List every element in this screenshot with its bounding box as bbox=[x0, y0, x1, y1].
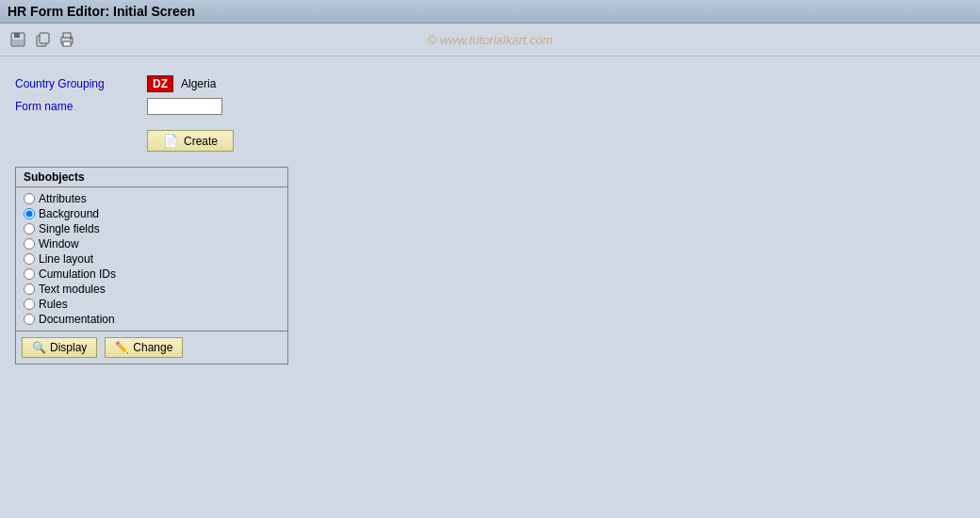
radio-label-rules: Rules bbox=[39, 298, 68, 311]
country-name: Algeria bbox=[181, 77, 216, 90]
radio-label-single-fields: Single fields bbox=[39, 222, 100, 235]
svg-rect-2 bbox=[12, 40, 24, 45]
subobjects-buttons: 🔍 Display ✏️ Change bbox=[16, 331, 287, 364]
radio-item-line-layout[interactable]: Line layout bbox=[20, 251, 284, 267]
watermark: © www.tutorialkart.com bbox=[427, 33, 552, 47]
save-icon[interactable] bbox=[8, 29, 28, 50]
radio-item-rules[interactable]: Rules bbox=[20, 297, 284, 312]
create-doc-icon: 📄 bbox=[163, 134, 178, 148]
create-button[interactable]: 📄 Create bbox=[147, 130, 234, 152]
radio-window[interactable] bbox=[24, 238, 35, 250]
radio-item-cumulation-ids[interactable]: Cumulation IDs bbox=[20, 267, 284, 282]
form-name-input[interactable] bbox=[147, 98, 222, 115]
radio-text-modules[interactable] bbox=[24, 283, 35, 295]
create-button-row: 📄 Create bbox=[147, 130, 965, 152]
country-grouping-value[interactable]: DZ bbox=[147, 75, 173, 92]
subobjects-list: AttributesBackgroundSingle fieldsWindowL… bbox=[16, 187, 287, 331]
radio-item-attributes[interactable]: Attributes bbox=[20, 191, 284, 206]
svg-rect-7 bbox=[63, 41, 71, 46]
radio-attributes[interactable] bbox=[24, 193, 35, 204]
radio-documentation[interactable] bbox=[24, 314, 35, 325]
svg-rect-4 bbox=[40, 33, 49, 43]
display-icon: 🔍 bbox=[32, 341, 46, 354]
display-button-label: Display bbox=[50, 341, 87, 354]
radio-background[interactable] bbox=[24, 208, 35, 219]
form-name-row: Form name bbox=[15, 98, 965, 115]
radio-label-text-modules: Text modules bbox=[39, 283, 106, 296]
subobjects-panel: Subobjects AttributesBackgroundSingle fi… bbox=[15, 167, 288, 364]
subobjects-header: Subobjects bbox=[16, 168, 287, 187]
radio-item-window[interactable]: Window bbox=[20, 236, 284, 251]
main-content: Country Grouping DZ Algeria Form name 📄 … bbox=[0, 57, 980, 383]
radio-label-attributes: Attributes bbox=[39, 192, 87, 205]
country-grouping-row: Country Grouping DZ Algeria bbox=[15, 75, 965, 92]
change-button-label: Change bbox=[133, 341, 172, 354]
copy-icon[interactable] bbox=[32, 29, 53, 50]
title-bar: HR Form Editor: Initial Screen bbox=[0, 0, 980, 24]
radio-line-layout[interactable] bbox=[24, 253, 35, 265]
radio-item-single-fields[interactable]: Single fields bbox=[20, 221, 284, 236]
change-icon: ✏️ bbox=[115, 341, 129, 354]
radio-item-background[interactable]: Background bbox=[20, 206, 284, 221]
svg-rect-6 bbox=[63, 33, 71, 38]
display-button[interactable]: 🔍 Display bbox=[22, 337, 97, 358]
toolbar: © www.tutorialkart.com bbox=[0, 24, 980, 57]
radio-item-text-modules[interactable]: Text modules bbox=[20, 282, 284, 297]
form-name-label: Form name bbox=[15, 100, 147, 113]
radio-single-fields[interactable] bbox=[24, 223, 35, 235]
create-button-label: Create bbox=[184, 135, 218, 148]
page-title: HR Form Editor: Initial Screen bbox=[8, 4, 195, 19]
radio-label-window: Window bbox=[39, 237, 79, 251]
radio-label-cumulation-ids: Cumulation IDs bbox=[39, 267, 116, 281]
radio-label-background: Background bbox=[39, 207, 99, 220]
toolbar-icons bbox=[8, 29, 77, 50]
svg-rect-1 bbox=[14, 33, 20, 38]
print-icon[interactable] bbox=[57, 29, 77, 50]
radio-label-line-layout: Line layout bbox=[39, 252, 93, 266]
radio-cumulation-ids[interactable] bbox=[24, 268, 35, 280]
radio-rules[interactable] bbox=[24, 299, 35, 310]
radio-label-documentation: Documentation bbox=[39, 313, 115, 326]
radio-item-documentation[interactable]: Documentation bbox=[20, 312, 284, 327]
change-button[interactable]: ✏️ Change bbox=[105, 337, 183, 358]
svg-point-8 bbox=[70, 38, 72, 40]
country-grouping-label: Country Grouping bbox=[15, 77, 147, 90]
